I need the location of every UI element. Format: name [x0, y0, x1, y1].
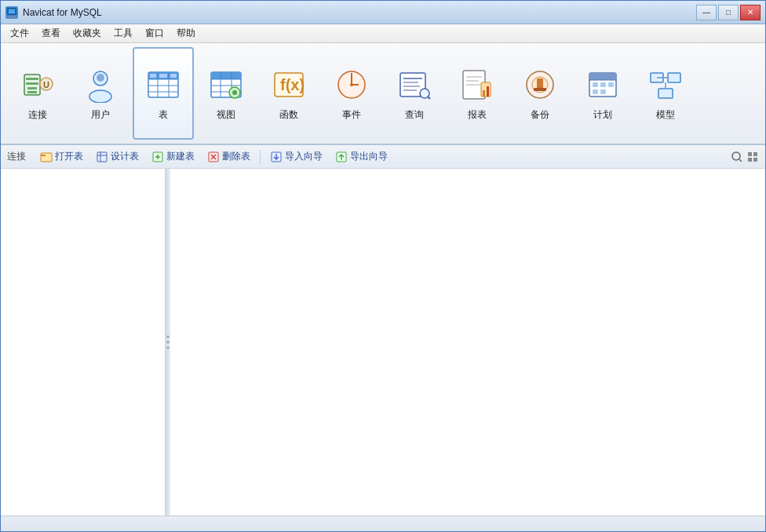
backup-icon — [521, 66, 559, 104]
svg-line-87 — [739, 159, 742, 162]
svg-rect-72 — [41, 155, 46, 156]
toolbar-btn-schedule[interactable]: 计划 — [572, 47, 633, 140]
window-title: Navicat for MySQL — [23, 7, 102, 18]
svg-rect-7 — [26, 82, 38, 85]
resize-dot-3 — [167, 347, 170, 349]
toolbar-btn-label-table: 表 — [159, 108, 168, 122]
toolbar-btn-label-view: 视图 — [217, 108, 235, 122]
toolbar-btn-table[interactable]: 表 — [133, 47, 194, 140]
title-bar-left: Navicat for MySQL — [5, 6, 102, 19]
action-btn-open-table[interactable]: 打开表 — [35, 148, 88, 165]
new-table-icon — [151, 151, 164, 163]
toolbar-btn-label-query: 查询 — [405, 108, 424, 122]
resize-handle[interactable] — [166, 169, 170, 516]
svg-rect-73 — [97, 152, 107, 162]
action-btn-label-export-wizard: 导出向导 — [350, 150, 388, 163]
svg-point-86 — [732, 152, 740, 160]
svg-rect-6 — [26, 78, 38, 80]
table-icon — [144, 66, 182, 104]
action-btn-export-wizard[interactable]: 导出向导 — [330, 148, 392, 165]
toolbar-btn-view[interactable]: 视图 — [195, 47, 257, 140]
svg-point-33 — [232, 90, 237, 95]
sidebar — [1, 169, 166, 516]
toolbar-btn-query[interactable]: 查询 — [384, 47, 445, 140]
svg-rect-71 — [41, 153, 52, 162]
toolbar-btn-label-report: 报表 — [468, 108, 487, 122]
model-icon — [647, 66, 684, 104]
toolbar-btn-label-event: 事件 — [342, 108, 361, 122]
toolbar-btn-label-function: 函数 — [279, 108, 298, 122]
action-bar-right — [731, 151, 759, 163]
toolbar-btn-label-backup: 备份 — [531, 108, 549, 122]
svg-rect-68 — [658, 89, 673, 98]
grid-icon[interactable] — [746, 151, 759, 163]
toolbar-btn-report[interactable]: 报表 — [447, 47, 508, 140]
toolbar-btn-event[interactable]: 事件 — [321, 47, 382, 140]
title-bar: Navicat for MySQL — □ ✕ — [1, 1, 765, 24]
resize-dot-1 — [167, 336, 170, 338]
menu-item-tools[interactable]: 工具 — [108, 25, 139, 42]
svg-rect-90 — [748, 158, 752, 162]
action-btn-new-table[interactable]: 新建表 — [147, 148, 199, 165]
toolbar-btn-label-user: 用户 — [91, 108, 110, 122]
menu-item-view[interactable]: 查看 — [35, 25, 67, 42]
svg-rect-4 — [8, 16, 16, 17]
connect-icon: U — [19, 66, 57, 104]
svg-rect-88 — [748, 152, 752, 156]
view-icon — [207, 66, 245, 104]
toolbar-btn-user[interactable]: 用户 — [70, 47, 131, 140]
toolbar-btn-label-connect: 连接 — [28, 108, 47, 122]
toolbar-btn-model[interactable]: 模型 — [635, 47, 696, 140]
svg-text:U: U — [43, 80, 49, 89]
svg-point-39 — [350, 83, 353, 86]
function-icon: f(x) — [270, 66, 308, 104]
user-icon — [82, 66, 119, 104]
maximize-button[interactable]: □ — [718, 5, 739, 20]
svg-rect-10 — [27, 87, 37, 89]
svg-rect-89 — [753, 152, 757, 156]
svg-rect-57 — [534, 88, 546, 91]
status-bar — [1, 516, 765, 531]
svg-rect-11 — [27, 91, 37, 93]
connection-label: 连接 — [7, 150, 26, 163]
schedule-icon — [584, 66, 622, 104]
resize-dot-2 — [167, 341, 170, 344]
toolbar-btn-backup[interactable]: 备份 — [509, 47, 571, 140]
svg-rect-26 — [211, 72, 241, 79]
toolbar-btn-function[interactable]: f(x) 函数 — [258, 47, 319, 140]
query-icon — [396, 66, 433, 104]
action-btn-label-new-table: 新建表 — [166, 150, 195, 163]
menu-item-window[interactable]: 窗口 — [139, 25, 170, 42]
svg-rect-51 — [481, 82, 491, 97]
action-btn-label-open-table: 打开表 — [55, 150, 83, 163]
open-table-icon — [40, 151, 53, 163]
search-icon[interactable] — [731, 151, 743, 163]
report-icon — [458, 66, 496, 104]
main-content — [1, 169, 765, 516]
design-table-icon — [96, 151, 108, 163]
svg-point-14 — [97, 74, 104, 82]
minimize-button[interactable]: — — [696, 5, 717, 20]
menu-item-help[interactable]: 帮助 — [170, 25, 202, 42]
svg-rect-52 — [483, 90, 485, 97]
menu-item-file[interactable]: 文件 — [4, 25, 35, 42]
toolbar-btn-connect[interactable]: U 连接 — [7, 47, 68, 140]
import-wizard-icon — [270, 151, 283, 163]
svg-text:f(x): f(x) — [280, 76, 305, 93]
toolbar-btn-label-schedule: 计划 — [593, 108, 612, 122]
toolbar: U 连接 用户 表 视图 — [1, 43, 765, 145]
action-btn-label-design-table: 设计表 — [111, 150, 139, 163]
svg-rect-65 — [600, 89, 606, 94]
action-btn-import-wizard[interactable]: 导入向导 — [265, 148, 327, 165]
close-button[interactable]: ✕ — [740, 5, 761, 20]
delete-table-icon — [207, 151, 220, 163]
action-btn-delete-table[interactable]: 删除表 — [202, 148, 255, 165]
toolbar-btn-label-model: 模型 — [656, 108, 675, 122]
menu-item-favorites[interactable]: 收藏夹 — [67, 25, 108, 42]
svg-rect-63 — [608, 82, 614, 87]
svg-rect-67 — [668, 73, 680, 82]
svg-rect-62 — [600, 82, 606, 87]
svg-rect-22 — [150, 74, 156, 78]
svg-rect-91 — [753, 158, 757, 162]
action-btn-design-table[interactable]: 设计表 — [91, 148, 144, 165]
